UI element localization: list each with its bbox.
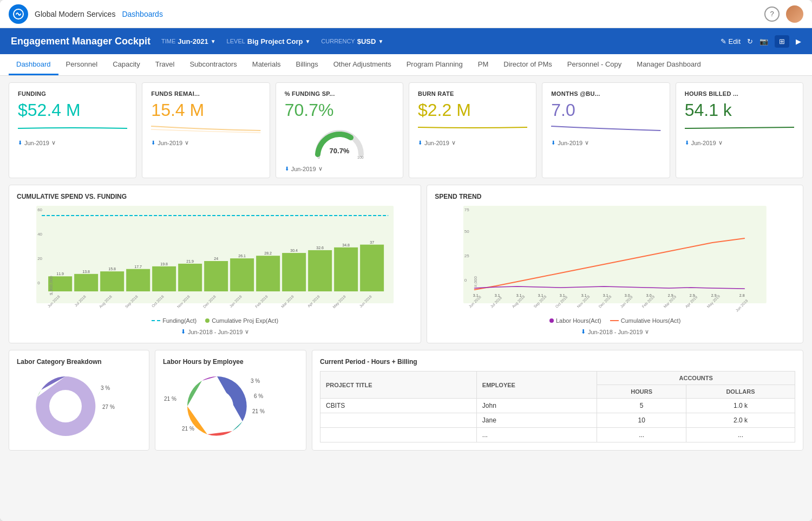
svg-rect-16 — [152, 266, 176, 291]
kpi-footer-icon-4: ⬇ — [551, 140, 555, 146]
dollars-cell: 2.0 k — [686, 413, 795, 428]
employee-cell: John — [476, 399, 597, 413]
refresh-button[interactable]: ↻ — [747, 37, 753, 45]
kpi-footer-icon-5: ⬇ — [685, 140, 689, 146]
svg-rect-28 — [256, 256, 280, 291]
edit-button[interactable]: ✎ Edit — [721, 37, 741, 45]
kpi-card-2: % FUNDING SP... 70.7% 70.7% 0 100 ⬇ Jun-… — [276, 82, 403, 178]
svg-text:28.2: 28.2 — [264, 251, 272, 255]
main-content: FUNDING $52.4 M ⬇ Jun-2019 ∨ FUNDS REMAI… — [0, 76, 812, 521]
svg-text:6 %: 6 % — [254, 393, 263, 399]
svg-text:21 %: 21 % — [182, 426, 194, 432]
page-title: Engagement Manager Cockpit — [11, 36, 150, 47]
tab-program-planning[interactable]: Program Planning — [399, 54, 470, 75]
svg-rect-31 — [282, 253, 306, 291]
current-period-card: Current Period - Hours + Billing PROJECT… — [312, 350, 803, 451]
svg-text:11.9: 11.9 — [56, 272, 64, 276]
currency-filter[interactable]: CURRENCY $USD ▼ — [321, 37, 383, 45]
kpi-title-5: HOURS BILLED ... — [685, 90, 794, 97]
svg-rect-19 — [178, 264, 202, 291]
tab-travel[interactable]: Travel — [148, 54, 182, 75]
kpi-title-3: BURN RATE — [418, 90, 527, 97]
video-button[interactable]: ▶ — [796, 37, 801, 45]
time-filter[interactable]: TIME Jun-2021 ▼ — [161, 37, 216, 45]
tab-personnel[interactable]: Personnel — [58, 54, 106, 75]
project-cell — [320, 428, 477, 442]
kpi-card-5: HOURS BILLED ... 54.1 k ⬇ Jun-2019 ∨ — [676, 82, 803, 178]
tab-capacity[interactable]: Capacity — [105, 54, 148, 75]
help-icon[interactable]: ? — [764, 6, 780, 22]
col-employee: EMPLOYEE — [476, 372, 597, 399]
labor-hours-card: Labor Hours by Employee 3 % 6 % — [155, 350, 306, 451]
svg-text:21 %: 21 % — [252, 408, 265, 414]
legend-cumulative-hours: Cumulative Hours(Act) — [610, 317, 681, 324]
kpi-title-2: % FUNDING SP... — [285, 90, 394, 97]
svg-text:27 %: 27 % — [102, 404, 115, 410]
svg-text:30.4: 30.4 — [290, 249, 298, 252]
labor-category-svg: 3 % 27 % — [17, 371, 136, 441]
svg-text:40: 40 — [37, 232, 42, 237]
svg-point-81 — [49, 390, 82, 422]
current-period-title: Current Period - Hours + Billing — [320, 358, 795, 366]
col-hours: HOURS — [597, 385, 686, 399]
table-row: CBITS John 5 1.0 k — [320, 399, 795, 413]
svg-text:60: 60 — [37, 207, 42, 212]
tab-dashboard[interactable]: Dashboard — [9, 54, 58, 75]
svg-text:$,000,000: $,000,000 — [49, 276, 54, 295]
svg-text:26.1: 26.1 — [238, 254, 246, 258]
spend-trend-legend: Labor Hours(Act) Cumulative Hours(Act) — [435, 317, 795, 324]
tab-billings[interactable]: Billings — [289, 54, 326, 75]
camera-button[interactable]: 📷 — [759, 37, 768, 45]
svg-text:34.8: 34.8 — [342, 243, 350, 247]
svg-rect-10 — [100, 271, 124, 291]
kpi-footer-3[interactable]: ⬇ Jun-2019 ∨ — [418, 139, 527, 146]
svg-text:13.8: 13.8 — [82, 270, 90, 273]
spend-trend-footer[interactable]: ⬇ Jun-2018 - Jun-2019 ∨ — [435, 328, 795, 335]
dashboards-link[interactable]: Dashboards — [122, 10, 163, 18]
tab-director-of-pms[interactable]: Director of PMs — [496, 54, 560, 75]
svg-text:19.8: 19.8 — [160, 262, 168, 266]
svg-text:50: 50 — [464, 229, 469, 234]
kpi-card-3: BURN RATE $2.2 M ⬇ Jun-2019 ∨ — [409, 82, 536, 178]
kpi-footer-icon-3: ⬇ — [418, 140, 422, 146]
kpi-card-0: FUNDING $52.4 M ⬇ Jun-2019 ∨ — [9, 82, 136, 178]
spend-trend-title: SPEND TREND — [435, 193, 795, 200]
svg-text:0: 0 — [464, 278, 467, 283]
tab-personnel---copy[interactable]: Personnel - Copy — [560, 54, 629, 75]
kpi-footer-1[interactable]: ⬇ Jun-2019 ∨ — [151, 139, 260, 146]
tab-subcontractors[interactable]: Subcontractors — [182, 54, 244, 75]
grid-button[interactable]: ⊞ — [775, 35, 789, 48]
kpi-title-4: MONTHS @BU... — [551, 90, 660, 97]
cumulative-chart-footer[interactable]: ⬇ Jun-2018 - Jun-2019 ∨ — [17, 328, 413, 335]
level-arrow: ▼ — [305, 38, 310, 44]
labor-category-card: Labor Category Breakdown 3 % — [9, 350, 149, 451]
hours-cell: 10 — [597, 413, 686, 428]
svg-text:3 %: 3 % — [101, 385, 110, 391]
labor-hours-svg: 3 % 6 % 21 % 21 % 21 % — [163, 371, 298, 441]
svg-text:21.9: 21.9 — [186, 259, 194, 263]
tab-manager-dashboard[interactable]: Manager Dashboard — [629, 54, 709, 75]
kpi-value-0: $52.4 M — [18, 101, 127, 119]
kpi-title-1: FUNDS REMAI... — [151, 90, 260, 97]
svg-rect-7 — [74, 274, 98, 291]
nav-left: Global Modern Services Dashboards — [9, 4, 163, 24]
kpi-value-2: 70.7% — [285, 101, 394, 119]
nav-right: ? — [764, 5, 803, 23]
legend-funding: Funding(Act) — [152, 317, 197, 324]
user-avatar[interactable] — [786, 5, 803, 23]
level-filter[interactable]: LEVEL Big Project Corp ▼ — [227, 37, 311, 45]
tab-other-adjustments[interactable]: Other Adjustments — [326, 54, 399, 75]
svg-text:75: 75 — [464, 207, 469, 212]
dollars-cell: ... — [686, 428, 795, 442]
spend-trend-card: SPEND TREND 75 50 25 0 #,000 3.1 3.1 — [427, 185, 803, 343]
kpi-footer-2[interactable]: ⬇ Jun-2019 ∨ — [285, 165, 394, 172]
kpi-value-5: 54.1 k — [685, 101, 794, 119]
kpi-footer-5[interactable]: ⬇ Jun-2019 ∨ — [685, 139, 794, 146]
kpi-footer-0[interactable]: ⬇ Jun-2019 ∨ — [18, 139, 127, 146]
kpi-footer-4[interactable]: ⬇ Jun-2019 ∨ — [551, 139, 660, 146]
tab-materials[interactable]: Materials — [245, 54, 289, 75]
svg-text:70.7%: 70.7% — [329, 147, 349, 155]
kpi-mini-chart — [551, 122, 660, 135]
tab-pm[interactable]: PM — [470, 54, 496, 75]
hours-cell: ... — [597, 428, 686, 442]
